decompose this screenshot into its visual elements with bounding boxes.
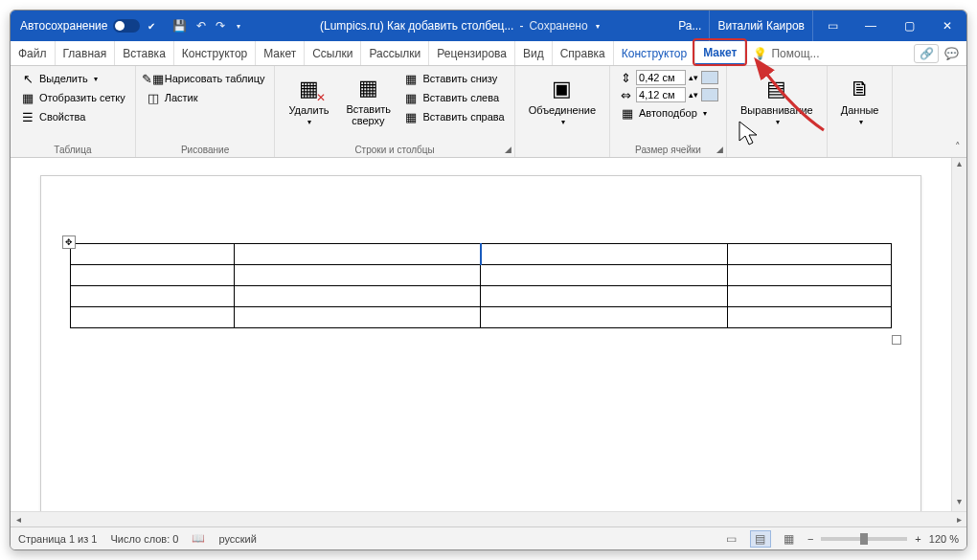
row-height-input[interactable] [636, 70, 686, 85]
alignment-button[interactable]: ▤ Выравнивание▾ [735, 70, 819, 131]
scroll-left-icon[interactable]: ◂ [11, 514, 26, 525]
collapse-ribbon-icon[interactable]: ˄ [955, 141, 961, 153]
distribute-cols-button[interactable] [701, 88, 718, 101]
doc-name: (Lumpics.ru) Как добавить столбец... [320, 19, 513, 33]
minimize-button[interactable]: ― [852, 11, 890, 41]
quick-access-toolbar: 💾 ↶ ↷ ▾ [165, 19, 248, 33]
scroll-right-icon[interactable]: ▸ [951, 514, 966, 525]
stepper-icon[interactable]: ▴▾ [689, 90, 698, 100]
group-merge: ▣ Объединение▾ [515, 66, 610, 157]
table-row [71, 286, 892, 307]
group-label-cellsize: Размер ячейки [618, 143, 718, 155]
insert-below-button[interactable]: ▦Вставить снизу [401, 70, 506, 87]
zoom-value[interactable]: 120 % [929, 533, 959, 545]
draw-table-button[interactable]: ✎▦Нарисовать таблицу [144, 70, 267, 87]
view-print-button[interactable]: ▤ [750, 530, 771, 548]
user-account[interactable]: Виталий Каиров [709, 11, 813, 41]
tab-table-constructor[interactable]: Конструктор [614, 41, 695, 65]
view-focus-button[interactable]: ▭ [721, 530, 742, 548]
qat-more-icon[interactable]: ▾ [237, 22, 240, 31]
tab-home[interactable]: Главная [56, 41, 116, 65]
document-table[interactable] [70, 243, 892, 328]
pencil-table-icon: ✎▦ [146, 71, 161, 86]
col-width-input[interactable] [636, 87, 686, 102]
page[interactable]: ✥ [40, 175, 921, 511]
spellcheck-icon[interactable]: 📖 [192, 532, 205, 545]
document-title: (Lumpics.ru) Как добавить столбец... - С… [248, 19, 670, 33]
group-cell-size: ⇕ ▴▾ ⇔ ▴▾ ▦Автоподбор▾ Размер ячейки ◢ [610, 66, 727, 157]
zoom-slider[interactable] [821, 537, 907, 541]
title-dropdown-icon[interactable]: ▾ [596, 22, 600, 31]
tab-layout[interactable]: Макет [256, 41, 305, 65]
distribute-rows-button[interactable] [701, 71, 718, 84]
tab-review[interactable]: Рецензирова [429, 41, 515, 65]
tell-me-search[interactable]: 💡 Помощ... [745, 41, 827, 65]
group-label-rowscols: Строки и столбцы [283, 143, 506, 155]
zoom-out-button[interactable]: − [807, 533, 813, 545]
tab-file[interactable]: Файл [11, 41, 56, 65]
eraser-icon: ◫ [146, 90, 161, 105]
tab-references[interactable]: Ссылки [305, 41, 361, 65]
scroll-down-icon[interactable]: ▾ [952, 496, 966, 511]
search-short[interactable]: Ра... [670, 19, 709, 33]
tab-table-layout[interactable]: Макет [695, 41, 745, 65]
table-resize-handle[interactable] [892, 335, 901, 345]
horizontal-scrollbar[interactable]: ◂ ▸ [11, 511, 966, 526]
vertical-scrollbar[interactable]: ▴ ▾ [951, 158, 966, 511]
data-button[interactable]: 🗎 Данные▾ [835, 70, 885, 131]
properties-button[interactable]: ☰Свойства [18, 108, 127, 125]
stepper-icon[interactable]: ▴▾ [689, 73, 698, 82]
row-height-field[interactable]: ⇕ ▴▾ [618, 70, 718, 85]
scroll-up-icon[interactable]: ▴ [952, 158, 966, 173]
insert-left-button[interactable]: ▦Вставить слева [401, 89, 506, 106]
grid-icon: ▦ [20, 90, 35, 105]
row-height-icon: ⇕ [618, 70, 633, 85]
dialog-launcher-icon[interactable]: ◢ [716, 145, 723, 154]
share-button[interactable]: 🔗 [914, 44, 939, 63]
autosave-toggle[interactable] [113, 19, 140, 33]
merge-icon: ▣ [549, 76, 576, 102]
tab-constructor[interactable]: Конструктор [174, 41, 256, 65]
group-rows-cols: ▦✕ Удалить▾ ▦ Вставить сверху ▦Вставить … [275, 66, 514, 157]
insert-right-button[interactable]: ▦Вставить справа [401, 108, 506, 125]
autofit-button[interactable]: ▦Автоподбор▾ [618, 104, 718, 122]
page-indicator[interactable]: Страница 1 из 1 [18, 533, 97, 545]
delete-button[interactable]: ▦✕ Удалить▾ [283, 70, 334, 131]
view-web-button[interactable]: ▦ [779, 530, 800, 548]
merge-button[interactable]: ▣ Объединение▾ [523, 70, 602, 131]
table-move-handle[interactable]: ✥ [62, 235, 76, 249]
show-gridlines-button[interactable]: ▦Отобразить сетку [18, 89, 127, 106]
word-count[interactable]: Число слов: 0 [110, 533, 178, 545]
user-name-label: Виталий Каиров [717, 19, 805, 33]
col-width-icon: ⇔ [618, 87, 633, 102]
tab-help[interactable]: Справка [553, 41, 614, 65]
col-width-field[interactable]: ⇔ ▴▾ [618, 87, 718, 102]
autosave-area: Автосохранение ✔ [11, 19, 165, 33]
save-status: Сохранено [529, 19, 587, 33]
language-indicator[interactable]: русский [218, 533, 256, 545]
zoom-in-button[interactable]: + [915, 533, 920, 545]
maximize-button[interactable]: ▢ [890, 11, 928, 41]
group-table: ↖Выделить▾ ▦Отобразить сетку ☰Свойства Т… [11, 66, 136, 157]
undo-icon[interactable]: ↶ [196, 19, 206, 33]
status-bar: Страница 1 из 1 Число слов: 0 📖 русский … [11, 526, 966, 549]
dialog-launcher-icon[interactable]: ◢ [505, 145, 511, 154]
redo-icon[interactable]: ↷ [216, 19, 225, 33]
insert-above-button[interactable]: ▦ Вставить сверху [340, 70, 396, 131]
autosave-label: Автосохранение [20, 19, 107, 33]
ribbon-display-icon[interactable]: ▭ [813, 11, 852, 41]
tab-view[interactable]: Вид [515, 41, 553, 65]
close-button[interactable]: ✕ [928, 11, 966, 41]
insert-left-icon: ▦ [403, 90, 419, 105]
window-controls: ▭ ― ▢ ✕ [813, 11, 966, 41]
pointer-icon: ↖ [20, 71, 35, 86]
tab-mailings[interactable]: Рассылки [361, 41, 429, 65]
table-row [71, 244, 892, 265]
eraser-button[interactable]: ◫Ластик [144, 89, 267, 106]
table-row [71, 265, 892, 286]
tab-insert[interactable]: Вставка [115, 41, 174, 65]
select-button[interactable]: ↖Выделить▾ [18, 70, 127, 87]
group-label-draw: Рисование [144, 143, 267, 155]
comments-icon[interactable]: 💬 [944, 47, 959, 60]
save-icon[interactable]: 💾 [172, 19, 187, 33]
